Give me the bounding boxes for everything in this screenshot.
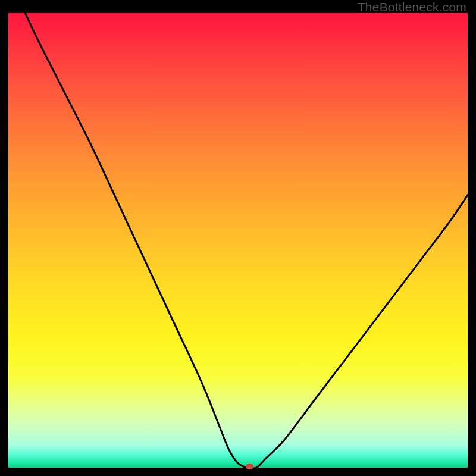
- optimal-marker: [246, 464, 253, 469]
- chart-frame: TheBottleneck.com: [0, 0, 476, 476]
- watermark-text: TheBottleneck.com: [358, 0, 466, 14]
- bottleneck-curve: [8, 0, 468, 468]
- curve-svg: [8, 13, 468, 468]
